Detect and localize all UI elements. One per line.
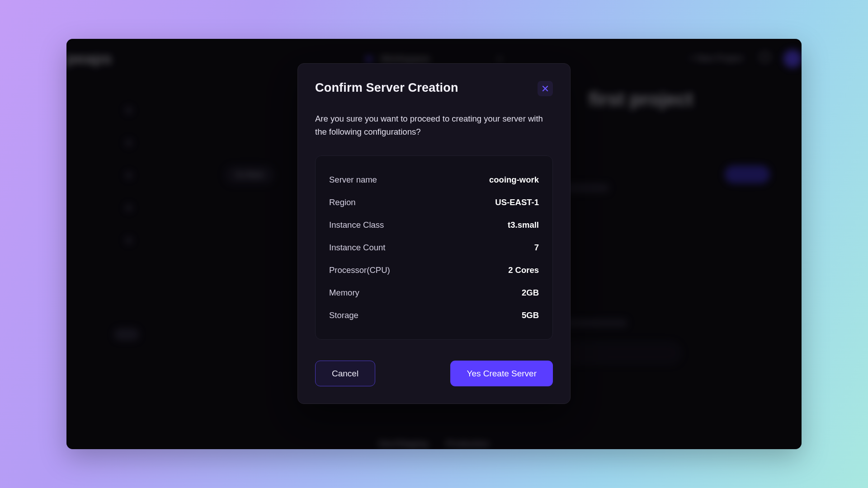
config-value: cooing-work [489, 175, 539, 185]
config-row-region: Region US-EAST-1 [329, 191, 539, 214]
config-value: t3.small [508, 220, 539, 230]
config-label: Storage [329, 310, 359, 320]
config-label: Region [329, 197, 356, 207]
modal-actions: Cancel Yes Create Server [315, 361, 553, 386]
config-row-instance-class: Instance Class t3.small [329, 214, 539, 236]
modal-question: Are you sure you want to proceed to crea… [315, 113, 553, 138]
modal-title: Confirm Server Creation [315, 81, 458, 95]
config-value: 2GB [522, 288, 539, 298]
confirm-server-creation-modal: Confirm Server Creation Are you sure you… [297, 63, 571, 404]
config-label: Instance Count [329, 243, 385, 253]
config-label: Server name [329, 175, 377, 185]
config-value: 7 [534, 243, 539, 253]
config-row-instance-count: Instance Count 7 [329, 236, 539, 259]
configuration-summary-card: Server name cooing-work Region US-EAST-1… [315, 155, 553, 340]
config-value: 5GB [522, 310, 539, 320]
app-window: peaps Workspace + New Project first proj… [66, 39, 802, 449]
config-row-server-name: Server name cooing-work [329, 169, 539, 191]
config-label: Memory [329, 288, 359, 298]
config-label: Processor(CPU) [329, 265, 390, 275]
modal-header: Confirm Server Creation [315, 81, 553, 96]
config-value: 2 Cores [508, 265, 539, 275]
config-row-processor: Processor(CPU) 2 Cores [329, 259, 539, 282]
config-row-storage: Storage 5GB [329, 304, 539, 327]
close-button[interactable] [538, 81, 553, 96]
config-row-memory: Memory 2GB [329, 282, 539, 304]
cancel-button[interactable]: Cancel [315, 361, 375, 386]
config-label: Instance Class [329, 220, 384, 230]
confirm-create-server-button[interactable]: Yes Create Server [450, 361, 553, 386]
config-value: US-EAST-1 [495, 197, 539, 207]
close-icon [542, 85, 549, 92]
